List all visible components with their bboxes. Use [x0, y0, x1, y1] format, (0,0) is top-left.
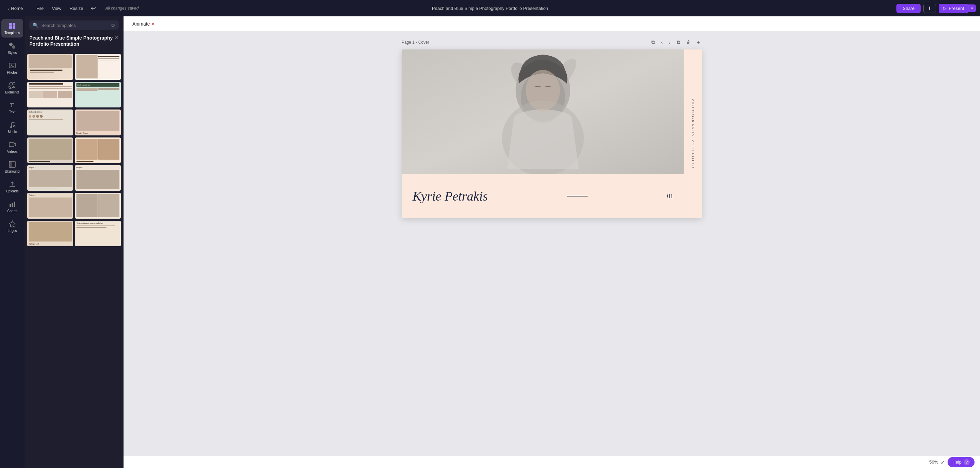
slide-divider-line: [567, 196, 588, 197]
autosave-status: All changes saved: [105, 6, 138, 11]
present-button[interactable]: ▷ Present: [939, 4, 968, 13]
template-thumb-7[interactable]: [27, 138, 73, 163]
next-page-button[interactable]: ›: [667, 38, 673, 46]
sidebar: Templates Styles Photos: [0, 16, 25, 468]
search-icon: 🔍: [33, 22, 38, 28]
add-page-button[interactable]: +: [695, 38, 702, 46]
sidebar-item-charts[interactable]: Charts: [2, 197, 23, 216]
template-thumb-13[interactable]: Highlight reel: [27, 221, 73, 246]
sidebar-item-background[interactable]: Bkground: [2, 158, 23, 176]
svg-point-7: [11, 65, 12, 66]
slide-name: Kyrie Petrakis: [412, 189, 488, 204]
template-thumb-6[interactable]: Notable Works: [75, 109, 121, 135]
sidebar-item-elements[interactable]: Elements: [2, 78, 23, 97]
charts-label: Charts: [7, 209, 17, 213]
copy-page-button[interactable]: ⧉: [675, 38, 682, 46]
template-thumb-11[interactable]: Project 4: [27, 193, 73, 218]
template-thumb-14[interactable]: Testimonials and recommendations: [75, 221, 121, 246]
slide-bottom: Kyrie Petrakis 01: [402, 174, 684, 218]
template-thumb-8[interactable]: [75, 138, 121, 163]
page-label-row: Page 1 - Cover ⧉ ‹ › ⧉ 🗑 +: [402, 38, 702, 46]
template-thumb-1[interactable]: [27, 54, 73, 79]
template-thumb-9[interactable]: Project 2: [27, 165, 73, 191]
template-thumb-5[interactable]: Skills and abilities: [27, 109, 73, 135]
background-icon: [8, 160, 16, 168]
template-thumb-2[interactable]: [75, 54, 121, 79]
filter-icon[interactable]: ⚙: [111, 22, 115, 28]
template-title: Peach and Blue Simple Photography Portfo…: [29, 33, 114, 50]
sidebar-item-text[interactable]: T Text: [2, 98, 23, 117]
present-label: Present: [948, 6, 964, 11]
help-button[interactable]: Help ?: [948, 457, 975, 467]
template-thumb-3[interactable]: [27, 82, 73, 108]
search-bar: 🔍 ⚙: [29, 21, 119, 30]
sidebar-item-styles[interactable]: Styles: [2, 39, 23, 57]
close-panel-button[interactable]: ✕: [114, 34, 119, 41]
share-button[interactable]: Share: [896, 4, 921, 13]
present-dropdown-button[interactable]: ▾: [968, 5, 976, 12]
animate-toolbar: Animate: [124, 16, 980, 32]
template-row: Work experience: [27, 82, 121, 108]
svg-rect-3: [13, 26, 15, 29]
uploads-label: Uploads: [6, 189, 19, 193]
main-area: Templates Styles Photos: [0, 16, 980, 468]
sidebar-item-logos[interactable]: Logos: [2, 217, 23, 235]
sidebar-item-photos[interactable]: Photos: [2, 59, 23, 77]
svg-rect-6: [9, 63, 15, 68]
svg-rect-19: [14, 201, 15, 207]
prev-page-button[interactable]: ‹: [659, 38, 665, 46]
elements-label: Elements: [5, 90, 19, 94]
svg-marker-10: [12, 86, 15, 88]
present-button-group: ▷ Present ▾: [939, 4, 976, 13]
canvas-area: Animate Page 1 - Cover ⧉ ‹ › ⧉ 🗑 +: [124, 16, 980, 468]
template-row: [27, 54, 121, 79]
svg-point-13: [14, 125, 15, 127]
sidebar-item-videos[interactable]: Videos: [2, 138, 23, 156]
zoom-expand-button[interactable]: ⤢: [941, 460, 945, 465]
svg-rect-9: [13, 82, 15, 85]
logos-label: Logos: [8, 229, 17, 233]
expand-page-button[interactable]: ⧉: [649, 38, 657, 46]
canvas-wrapper[interactable]: Page 1 - Cover ⧉ ‹ › ⧉ 🗑 +: [124, 32, 980, 456]
svg-point-5: [12, 45, 15, 49]
download-button[interactable]: ⬇: [923, 4, 936, 13]
template-thumb-4[interactable]: Work experience: [75, 82, 121, 108]
animate-button[interactable]: Animate: [129, 20, 157, 28]
resize-menu-button[interactable]: Resize: [66, 5, 87, 12]
uploads-icon: [8, 180, 16, 188]
elements-icon: [8, 81, 16, 89]
home-icon: ‹: [8, 6, 9, 11]
sidebar-item-uploads[interactable]: Uploads: [2, 178, 23, 196]
sidebar-item-templates[interactable]: Templates: [2, 19, 23, 38]
svg-rect-2: [9, 26, 12, 29]
templates-icon: [8, 22, 16, 30]
page-label: Page 1 - Cover: [402, 40, 429, 45]
sidebar-item-music[interactable]: Music: [2, 118, 23, 136]
slide-sidebar-text: Photography Portfolio: [691, 98, 695, 169]
present-icon: ▷: [943, 6, 947, 11]
slide[interactable]: Kyrie Petrakis 01 Photography Portfolio: [402, 49, 702, 218]
search-input[interactable]: [41, 23, 108, 28]
photos-label: Photos: [7, 71, 18, 75]
file-menu-button[interactable]: File: [33, 5, 47, 12]
template-row: Project 4: [27, 193, 121, 218]
svg-rect-0: [9, 23, 12, 25]
svg-marker-20: [9, 221, 15, 227]
statusbar: 56% ⤢ Help ?: [124, 456, 980, 468]
home-button[interactable]: ‹ Home: [4, 5, 26, 12]
logos-icon: [8, 220, 16, 228]
delete-page-button[interactable]: 🗑: [684, 38, 693, 46]
charts-icon: [8, 200, 16, 208]
template-thumb-12[interactable]: [75, 193, 121, 218]
template-thumb-10[interactable]: Project 3: [75, 165, 121, 191]
svg-point-8: [10, 82, 12, 85]
template-row: Project 2 Project 3: [27, 165, 121, 191]
zoom-level: 56%: [929, 460, 938, 465]
slide-photo: [402, 49, 684, 174]
svg-rect-14: [9, 143, 14, 147]
home-label: Home: [11, 6, 23, 11]
view-menu-button[interactable]: View: [48, 5, 65, 12]
text-label: Text: [9, 110, 15, 114]
styles-label: Styles: [8, 51, 17, 55]
undo-button[interactable]: ↩: [88, 3, 99, 13]
